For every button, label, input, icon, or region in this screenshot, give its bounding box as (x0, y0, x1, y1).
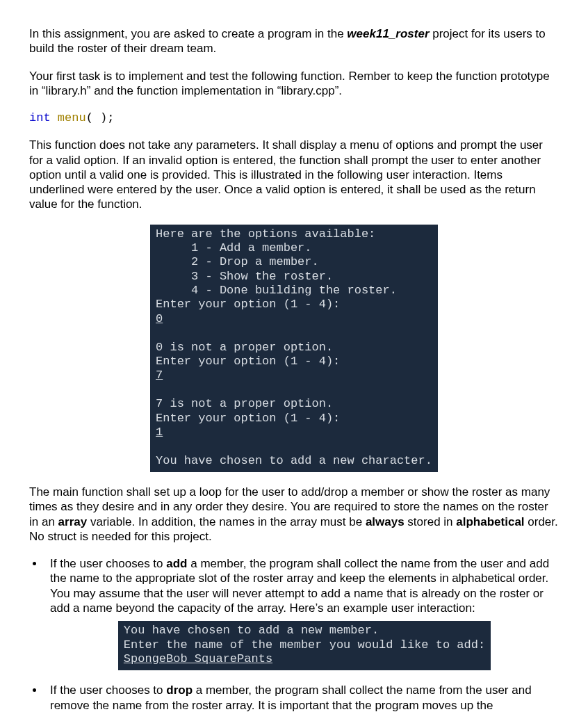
user-input: 1 (156, 426, 163, 439)
project-name: week11_roster (347, 27, 429, 40)
function-prototype: int menu( ); (29, 111, 559, 125)
function-name: menu (58, 111, 86, 124)
bold-alphabetical: alphabetical (456, 515, 524, 528)
text: If the user chooses to (50, 557, 166, 570)
text: stored in (405, 515, 457, 528)
terminal-output-add: You have chosen to add a new member. Ent… (118, 621, 491, 670)
user-input: 7 (156, 369, 163, 382)
code-tail: ( ); (86, 111, 115, 124)
text: In this assignment, you are asked to cre… (29, 27, 347, 40)
text: variable. In addition, the names in the … (87, 515, 366, 528)
paragraph-main-loop: The main function shall set up a loop fo… (29, 485, 559, 544)
bullet-list: If the user chooses to add a member, the… (44, 556, 559, 712)
bold-always: always (366, 515, 405, 528)
paragraph-menu-desc: This function does not take any paramete… (29, 138, 559, 211)
user-input: SpongeBob SquarePants (124, 652, 272, 665)
user-input: 0 (156, 312, 163, 325)
bold-drop: drop (166, 683, 193, 697)
bold-add: add (166, 557, 187, 570)
bullet-add: If the user chooses to add a member, the… (44, 556, 559, 670)
paragraph-task: Your first task is to implement and test… (29, 69, 559, 99)
bullet-drop: If the user chooses to drop a member, th… (44, 683, 559, 712)
paragraph-intro: In this assignment, you are asked to cre… (29, 26, 559, 56)
bold-array: array (58, 515, 88, 528)
terminal-output-menu: Here are the options available: 1 - Add … (150, 225, 438, 473)
text: If the user chooses to (50, 683, 166, 697)
keyword-int: int (29, 111, 51, 124)
